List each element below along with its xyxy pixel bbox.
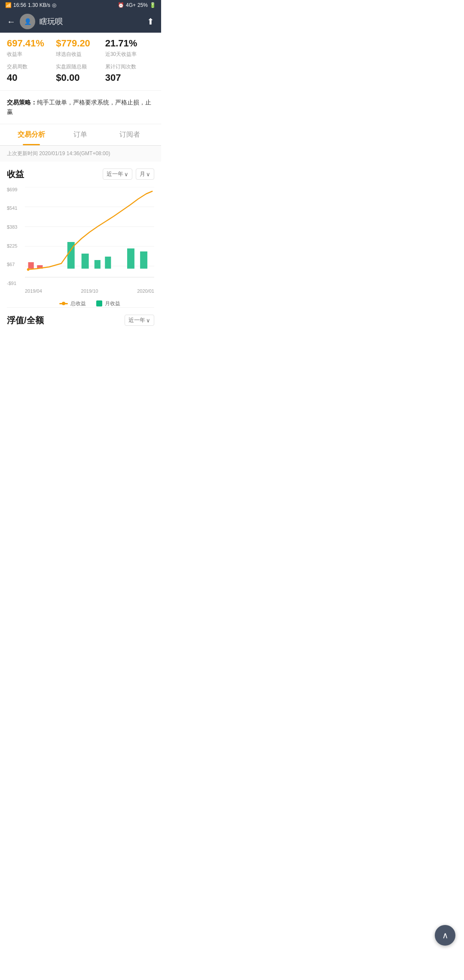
return-rate-value: 697.41%	[7, 38, 56, 49]
chart-x-labels: 2019/04 2019/10 2020/01	[25, 288, 154, 294]
tab-orders[interactable]: 订单	[56, 124, 105, 145]
back-button[interactable]: ←	[7, 17, 15, 27]
chevron-down-icon-3: ∨	[146, 317, 150, 324]
svg-rect-6	[28, 262, 34, 269]
stats-row-1: 697.41% 收益率 $779.20 球选自收益 21.71% 近30天收益率	[7, 38, 154, 58]
svg-rect-9	[82, 254, 89, 269]
live-amount-label: 实盘跟随总额	[56, 63, 105, 70]
stat-return-rate: 697.41% 收益率	[7, 38, 56, 58]
status-right: ⏰ 4G+ 25% 🔋	[118, 2, 156, 8]
signal-icon: 📶	[5, 2, 12, 8]
trade-weeks-label: 交易周数	[7, 63, 56, 70]
legend-monthly-label: 月收益	[105, 300, 120, 307]
x-label-2: 2020/01	[137, 288, 154, 294]
return-rate-label: 收益率	[7, 51, 56, 58]
bottom-filter-label: 近一年	[128, 316, 145, 324]
stat-live-amount: 实盘跟随总额 $0.00	[56, 63, 105, 83]
svg-rect-13	[140, 251, 147, 269]
chart-area: $699 $541 $383 $225 $67 -$91	[7, 187, 154, 307]
filter-unit-btn[interactable]: 月 ∨	[136, 168, 154, 180]
status-bar: 📶 16:56 1.30 KB/s ◎ ⏰ 4G+ 25% 🔋	[0, 0, 161, 10]
bottom-section: 浮值/全额 近一年 ∨	[0, 308, 161, 328]
battery-icon: 🔋	[150, 2, 156, 8]
header-title: 瞎玩呗	[40, 16, 63, 27]
alarm-icon: ⏰	[118, 2, 124, 8]
battery-pct: 25%	[137, 2, 148, 8]
legend-total: 总收益	[59, 300, 86, 307]
stat-trade-weeks: 交易周数 40	[7, 63, 56, 83]
stats-section: 697.41% 收益率 $779.20 球选自收益 21.71% 近30天收益率…	[0, 33, 161, 91]
svg-rect-12	[127, 248, 134, 269]
ball-return-value: $779.20	[56, 38, 105, 49]
chevron-down-icon: ∨	[124, 171, 128, 178]
avatar: 👤	[20, 14, 35, 29]
trade-weeks-value: 40	[7, 72, 56, 83]
filter-period-btn[interactable]: 近一年 ∨	[103, 168, 132, 180]
y-label-4: $67	[7, 262, 23, 267]
live-amount-value: $0.00	[56, 72, 105, 83]
filter-unit-label: 月	[140, 170, 145, 178]
header: ← 👤 瞎玩呗 ⬆	[0, 10, 161, 33]
ball-return-label: 球选自收益	[56, 51, 105, 58]
stat-ball-return: $779.20 球选自收益	[56, 38, 105, 58]
svg-point-14	[27, 268, 30, 271]
sub-count-value: 307	[105, 72, 154, 83]
sub-count-label: 累计订阅次数	[105, 63, 154, 70]
30day-return-value: 21.71%	[105, 38, 154, 49]
legend-monthly: 月收益	[96, 300, 120, 307]
header-left: ← 👤 瞎玩呗	[7, 14, 63, 29]
chart-y-labels: $699 $541 $383 $225 $67 -$91	[7, 187, 23, 286]
chart-filters: 近一年 ∨ 月 ∨	[103, 168, 154, 180]
y-label-3: $225	[7, 243, 23, 248]
chart-svg	[25, 187, 154, 286]
bottom-filter-period-btn[interactable]: 近一年 ∨	[125, 315, 154, 326]
share-button[interactable]: ⬆	[147, 16, 154, 27]
data-icon: 4G+	[126, 2, 136, 8]
stat-30day-return: 21.71% 近30天收益率	[105, 38, 154, 58]
stats-row-2: 交易周数 40 实盘跟随总额 $0.00 累计订阅次数 307	[7, 63, 154, 83]
y-label-1: $541	[7, 205, 23, 211]
strategy-text: 交易策略：纯手工做单，严格要求系统，严格止损，止赢	[7, 98, 154, 117]
time: 16:56	[13, 2, 26, 8]
svg-rect-11	[105, 257, 111, 269]
bottom-section-title: 浮值/全额	[7, 315, 44, 326]
chart-section: 收益 近一年 ∨ 月 ∨ $699 $541 $383 $225 $67 -$9…	[0, 162, 161, 307]
chevron-down-icon-2: ∨	[146, 171, 150, 178]
chart-legend: 总收益 月收益	[25, 300, 154, 307]
30day-return-label: 近30天收益率	[105, 51, 154, 58]
filter-period-label: 近一年	[107, 170, 123, 178]
tab-subscribers[interactable]: 订阅者	[105, 124, 154, 145]
chart-header: 收益 近一年 ∨ 月 ∨	[7, 168, 154, 180]
update-time: 上次更新时间 2020/01/19 14:36(GMT+08:00)	[0, 146, 161, 162]
stat-sub-count: 累计订阅次数 307	[105, 63, 154, 83]
x-label-0: 2019/04	[25, 288, 42, 294]
svg-rect-10	[95, 260, 101, 269]
strategy-section: 交易策略：纯手工做单，严格要求系统，严格止损，止赢	[0, 91, 161, 124]
vpn-icon: ◎	[52, 2, 56, 8]
y-label-0: $699	[7, 187, 23, 192]
speed: 1.30 KB/s	[28, 2, 50, 8]
legend-total-label: 总收益	[70, 300, 86, 307]
chart-inner	[25, 187, 154, 286]
chart-title: 收益	[7, 168, 24, 180]
tabs-section: 交易分析 订单 订阅者	[0, 124, 161, 146]
y-label-5: -$91	[7, 281, 23, 286]
strategy-label: 交易策略：	[7, 99, 37, 106]
tab-analysis[interactable]: 交易分析	[7, 124, 56, 145]
x-label-1: 2019/10	[81, 288, 98, 294]
status-left: 📶 16:56 1.30 KB/s ◎	[5, 2, 56, 8]
y-label-2: $383	[7, 224, 23, 230]
